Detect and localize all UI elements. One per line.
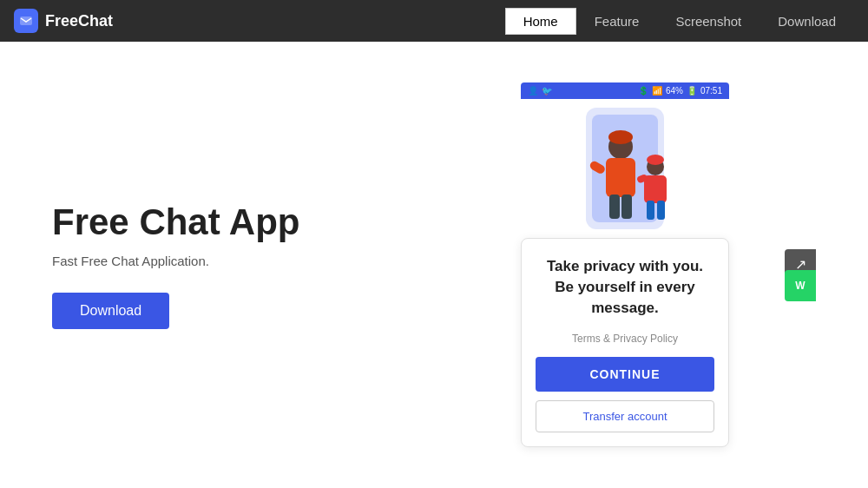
app-subtitle: Fast Free Chat Application. [52,254,209,268]
hero-right: 👤 🐦 💲 📶 64% 🔋 07:51 [434,82,816,446]
brand[interactable]: FreeChat [14,9,113,33]
nav-links: Home Feature Screenshot Download [505,8,854,35]
nav-home[interactable]: Home [505,8,576,35]
svg-point-4 [608,130,633,144]
terms-privacy-link[interactable]: Terms & Privacy Policy [572,333,678,345]
phone-bar-right-info: 💲 📶 64% 🔋 07:51 [638,86,722,96]
signal-icon: 💲 [638,86,648,96]
person-icon: 👤 [528,86,538,96]
svg-rect-13 [657,201,665,220]
navbar: FreeChat Home Feature Screenshot Downloa… [0,0,868,42]
privacy-line1: Take privacy with you. [547,258,703,274]
privacy-headline: Take privacy with you. Be yourself in ev… [547,256,703,318]
privacy-card: Take privacy with you. Be yourself in ev… [521,238,729,446]
brand-label: FreeChat [45,12,113,30]
svg-rect-6 [609,195,620,219]
svg-rect-12 [647,201,654,220]
nav-download[interactable]: Download [760,8,854,35]
svg-rect-0 [20,16,32,25]
phone-bar-left-icons: 👤 🐦 [528,86,552,96]
whatsapp-badge[interactable]: W [785,270,816,301]
svg-rect-7 [621,195,632,219]
svg-point-10 [647,155,664,165]
nav-screenshot[interactable]: Screenshot [657,8,760,35]
hero-illustration [538,99,712,238]
app-title: Free Chat App [52,201,299,243]
phone-status-bar: 👤 🐦 💲 📶 64% 🔋 07:51 [521,82,729,99]
illustration-area [521,99,729,238]
whatsapp-icon: W [795,280,805,292]
battery-text: 64% [666,86,683,96]
hero-left: Free Chat App Fast Free Chat Application… [52,201,434,329]
phone-mockup: 👤 🐦 💲 📶 64% 🔋 07:51 [521,82,729,446]
battery-icon: 🔋 [687,86,697,96]
hero-download-button[interactable]: Download [52,293,169,329]
privacy-line3: message. [591,300,659,316]
brand-icon [14,9,38,33]
transfer-account-button[interactable]: Transfer account [536,400,714,432]
wifi-icon: 📶 [652,86,662,96]
continue-button[interactable]: CONTINUE [536,357,714,392]
nav-feature[interactable]: Feature [576,8,658,35]
privacy-line2: Be yourself in every [555,279,695,295]
time-text: 07:51 [700,86,722,96]
main-content: Free Chat App Fast Free Chat Application… [0,42,868,488]
svg-rect-5 [606,158,635,197]
bird-icon: 🐦 [542,86,552,96]
svg-rect-11 [644,175,667,203]
